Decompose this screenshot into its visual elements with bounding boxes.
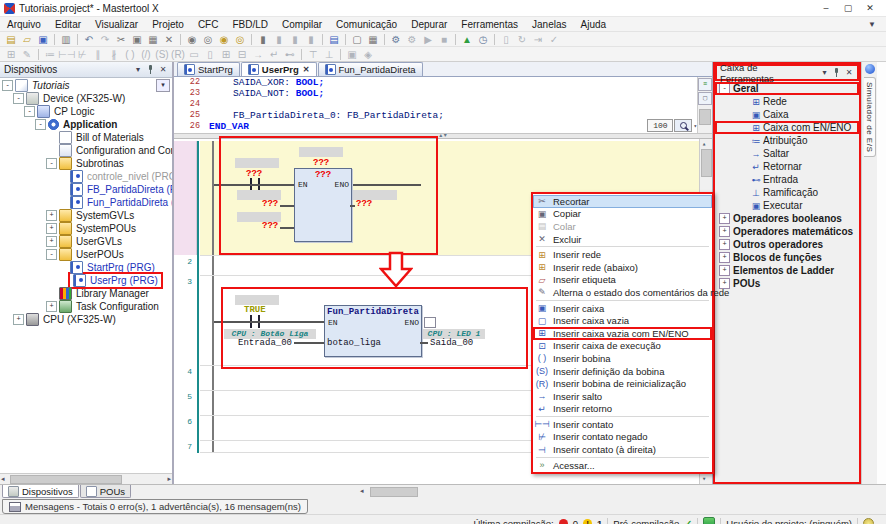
stop-icon[interactable]: ■ (436, 33, 452, 46)
communication-settings-icon[interactable]: ⚙ (404, 33, 420, 46)
paste-icon[interactable]: ▦ (145, 33, 161, 46)
menu-item[interactable]: Arquivo (0, 19, 48, 30)
new-file-icon[interactable]: ▤ (3, 33, 19, 46)
menu-item[interactable]: FBD/LD (225, 19, 275, 30)
pin-icon[interactable] (147, 65, 154, 74)
cut-icon[interactable]: ✂ (113, 33, 129, 46)
context-menu-item[interactable]: (R) Inserir bobina de reinicialização (533, 377, 712, 390)
magnify-icon[interactable]: ◈ (360, 48, 376, 61)
menu-item[interactable]: Compilar (275, 19, 329, 30)
project-view-dropdown[interactable]: ▾ (156, 79, 170, 92)
panel-dropdown-icon[interactable]: ▾ (133, 65, 143, 74)
tree-item[interactable]: - CP Logic (0, 105, 172, 118)
context-menu-item[interactable]: ✂ Recortar (533, 195, 712, 208)
toolbox-row[interactable]: ≔ Atribuição (715, 134, 859, 147)
insert-empty-box-icon[interactable]: ▯ (202, 48, 218, 61)
save-icon[interactable]: ▣ (35, 33, 51, 46)
io-simulator-tab[interactable]: Simulador de E/S (864, 77, 876, 157)
toolbox-expander[interactable]: + (719, 226, 730, 237)
run-icon[interactable]: ▶ (420, 33, 436, 46)
refresh-icon[interactable]: ↻ (514, 33, 530, 46)
menu-item[interactable]: CFC (191, 19, 226, 30)
insert-parallel-contact-icon[interactable]: ∥ (90, 48, 106, 61)
insert-coil-icon[interactable]: ( ) (122, 48, 138, 61)
toolbox-expander[interactable]: + (719, 239, 730, 250)
context-menu-item[interactable]: ▢ Inserir caixa vazia (533, 314, 712, 327)
devices-hscrollbar[interactable]: ◂ ▸ (0, 473, 172, 484)
login-icon[interactable]: ▲ (459, 33, 475, 46)
menu-item[interactable]: Ferramentas (454, 19, 525, 30)
undo-icon[interactable]: ↶ (81, 33, 97, 46)
insert-execute-icon[interactable]: ▣ (344, 48, 360, 61)
tree-expander[interactable]: - (2, 80, 13, 91)
insert-box-icon[interactable]: ▭ (186, 48, 202, 61)
context-menu-item[interactable]: ▱ Inserir etiqueta (533, 274, 712, 287)
toolbox-row[interactable]: + POUs (715, 277, 859, 290)
context-menu-item[interactable]: ▣ Copiar (533, 208, 712, 221)
find-icon[interactable]: ◉ (184, 33, 200, 46)
copy-icon[interactable]: ▣ (129, 33, 145, 46)
declaration-view-button[interactable]: ≡ (698, 78, 712, 91)
tree-item[interactable]: Fun_PartidaDireta (FUN) (0, 196, 172, 209)
context-menu-item[interactable]: » Acessar... (533, 459, 712, 472)
toolbox-row[interactable]: ↵ Retornar (715, 160, 859, 173)
insert-jump-icon[interactable]: → (250, 48, 266, 61)
scroll-left-icon[interactable]: ◂ (1, 475, 5, 483)
clock-icon[interactable]: ◷ (475, 33, 491, 46)
context-menu-item[interactable]: ▤ Colar (533, 220, 712, 233)
panel-close-icon[interactable]: ✕ (158, 65, 168, 74)
tree-expander[interactable]: - (35, 119, 46, 130)
editor-tab[interactable]: UserPrg ✕ (241, 62, 317, 76)
insert-empty-box-eneno-icon[interactable]: ⊟ (234, 48, 250, 61)
close-tab-icon[interactable]: ✕ (303, 65, 310, 74)
toolbox-row[interactable]: ⊷ Entrada (715, 173, 859, 186)
scroll-thumb[interactable] (699, 109, 711, 125)
messages-window-icon[interactable]: ▤ (326, 33, 342, 46)
tree-expander[interactable]: + (46, 301, 57, 312)
maximize-button[interactable]: ▢ (842, 3, 854, 13)
scroll-thumb[interactable] (370, 487, 418, 497)
context-menu-item[interactable]: ✎ Alterna o estado dos comentários da re… (533, 286, 712, 299)
tree-item[interactable]: FB_PartidaDireta (FB) (0, 183, 172, 196)
insert-negated-coil-icon[interactable]: (/) (138, 48, 154, 61)
code-line[interactable]: 24 (174, 99, 712, 110)
delete-icon[interactable]: ✕ (161, 33, 177, 46)
context-menu-item[interactable]: ( ) Inserir bobina (533, 352, 712, 365)
insert-network-icon[interactable]: ⊞ (3, 48, 19, 61)
tree-item[interactable]: - Application (0, 118, 172, 131)
tree-item[interactable]: + CPU (XF325-W) (0, 313, 172, 326)
context-menu-item[interactable]: ⊞ Inserir caixa vazia com EN/ENO (533, 327, 712, 340)
context-menu-item[interactable]: ⊞ Inserir rede (533, 248, 712, 261)
context-menu-item[interactable]: ▣ Inserir caixa (533, 302, 712, 315)
scroll-right-icon[interactable]: ▸ (167, 475, 171, 483)
panel-tab[interactable]: POUs (80, 485, 131, 498)
tree-item[interactable]: - Device (XF325-W) (0, 92, 172, 105)
code-line[interactable]: 23 SAIDA_NOT: BOOL; (174, 88, 712, 99)
tree-expander[interactable]: - (46, 249, 57, 260)
toggle-network-comment-icon[interactable]: ✎ (19, 48, 35, 61)
tree-expander[interactable]: + (46, 223, 57, 234)
redo-icon[interactable]: ↷ (97, 33, 113, 46)
menu-item[interactable]: Janelas (525, 19, 573, 30)
tree-item[interactable]: + Task Configuration (0, 300, 172, 313)
toolbox-row[interactable]: ⊞ Rede (715, 95, 859, 108)
scroll-up-icon[interactable]: ▴ (702, 140, 706, 148)
bookmark-clear-icon[interactable]: ▮ (303, 33, 319, 46)
zoom-dropdown-icon[interactable]: ▾ (693, 122, 697, 130)
toolbox-row[interactable]: ⊞ Caixa com EN/ENO (715, 121, 859, 134)
pin-icon[interactable] (833, 68, 840, 77)
tree-item[interactable]: controle_nivel (PRG) (0, 170, 172, 183)
bookmark-next-icon[interactable]: ▮ (271, 33, 287, 46)
tree-expander[interactable]: - (24, 106, 35, 117)
tree-item[interactable]: - UserPOUs (0, 248, 172, 261)
step-icon[interactable]: ⇥ (530, 33, 546, 46)
tree-expander[interactable]: - (46, 158, 57, 169)
code-line[interactable]: 25 FB_PartidaDireta_0: FB_PartidaDireta; (174, 110, 712, 121)
tree-item[interactable]: - Tutoriais (0, 79, 172, 92)
tree-expander[interactable]: - (13, 93, 24, 104)
scroll-thumb[interactable] (701, 149, 712, 177)
scroll-thumb[interactable] (10, 475, 122, 484)
context-menu-item[interactable]: ↵ Inserir retorno (533, 403, 712, 416)
insert-return-icon[interactable]: ↵ (266, 48, 282, 61)
panel-dropdown-icon[interactable]: ▾ (820, 68, 830, 77)
